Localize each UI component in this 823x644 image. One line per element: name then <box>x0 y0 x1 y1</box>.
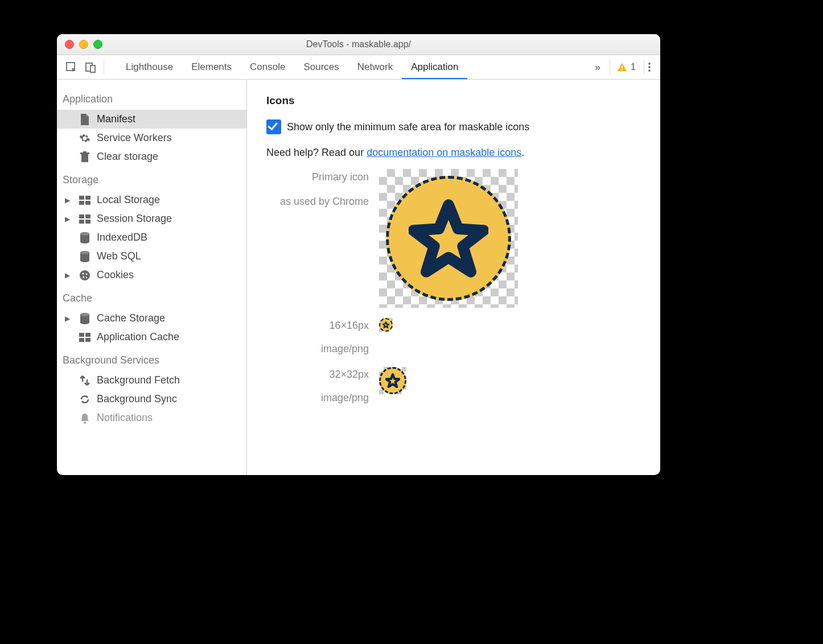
tab-lighthouse[interactable]: Lighthouse <box>117 56 182 79</box>
expand-arrow-icon: ▶ <box>65 271 73 279</box>
sidebar-item-background-fetch[interactable]: Background Fetch <box>57 371 246 390</box>
star-icon <box>409 199 488 278</box>
icon-preview-32 <box>379 367 406 394</box>
help-suffix: . <box>521 147 524 158</box>
icon-row-labels: 16×16px image/png <box>266 318 369 357</box>
sidebar-item-background-sync[interactable]: Background Sync <box>57 390 246 408</box>
sidebar-item-label: Clear storage <box>97 151 158 163</box>
icon-preview-16 <box>379 318 393 332</box>
svg-rect-33 <box>85 338 90 342</box>
primary-icon-preview <box>379 169 518 308</box>
settings-menu-button[interactable] <box>644 60 655 75</box>
warning-count: 1 <box>631 62 636 72</box>
database-icon <box>79 232 91 243</box>
titlebar: DevTools - maskable.app/ <box>57 34 660 55</box>
gear-icon <box>79 133 91 144</box>
sidebar-item-label: Service Workers <box>97 132 172 144</box>
sync-icon <box>79 394 91 405</box>
database-icon <box>79 313 91 324</box>
help-link[interactable]: documentation on maskable icons <box>367 147 521 158</box>
sidebar-item-label: Background Sync <box>97 393 177 405</box>
svg-rect-14 <box>85 201 90 205</box>
close-window-button[interactable] <box>65 40 74 49</box>
sidebar-item-local-storage[interactable]: ▶ Local Storage <box>57 191 246 209</box>
sidebar-item-label: Local Storage <box>97 194 160 206</box>
panel-tabs: Lighthouse Elements Console Sources Netw… <box>117 56 467 79</box>
safe-area-checkbox-label: Show only the minimum safe area for mask… <box>287 121 529 133</box>
app-icon <box>379 367 406 394</box>
tab-console[interactable]: Console <box>241 56 294 79</box>
svg-point-25 <box>86 273 88 275</box>
inspect-element-icon[interactable] <box>63 59 80 76</box>
svg-rect-18 <box>85 220 90 224</box>
tab-application[interactable]: Application <box>402 56 467 79</box>
window-controls <box>65 40 102 49</box>
sidebar-item-session-storage[interactable]: ▶ Session Storage <box>57 209 246 228</box>
grid-icon <box>79 333 91 342</box>
more-tabs-button[interactable]: » <box>592 61 603 73</box>
safe-area-checkbox[interactable] <box>266 119 281 134</box>
sidebar-item-label: Background Fetch <box>97 374 180 386</box>
sidebar-item-application-cache[interactable]: Application Cache <box>57 328 246 346</box>
svg-rect-10 <box>83 151 87 152</box>
sidebar-item-manifest[interactable]: Manifest <box>57 110 246 129</box>
window-title: DevTools - maskable.app/ <box>57 39 660 49</box>
svg-rect-15 <box>79 214 84 218</box>
zoom-window-button[interactable] <box>93 40 102 49</box>
sidebar-item-clear-storage[interactable]: Clear storage <box>57 147 246 166</box>
svg-point-5 <box>648 63 651 65</box>
sidebar: Application Manifest Service Workers Cle… <box>57 80 247 475</box>
svg-point-26 <box>83 276 85 278</box>
sidebar-item-cache-storage[interactable]: ▶ Cache Storage <box>57 309 246 328</box>
expand-arrow-icon: ▶ <box>65 196 73 204</box>
tab-elements[interactable]: Elements <box>182 56 241 79</box>
svg-point-27 <box>86 276 87 278</box>
icon-row-32: 32×32px image/png <box>266 367 641 406</box>
svg-rect-4 <box>622 69 623 71</box>
sidebar-item-indexeddb[interactable]: IndexedDB <box>57 228 246 247</box>
devtools-window: DevTools - maskable.app/ Lighthouse Elem… <box>57 34 660 475</box>
safe-area-checkbox-row: Show only the minimum safe area for mask… <box>266 119 641 134</box>
svg-rect-9 <box>80 152 89 154</box>
tab-sources[interactable]: Sources <box>294 56 348 79</box>
svg-rect-13 <box>79 201 84 205</box>
database-icon <box>79 251 91 262</box>
svg-rect-12 <box>85 196 90 200</box>
sidebar-item-cookies[interactable]: ▶ Cookies <box>57 266 246 284</box>
bell-icon <box>79 412 91 424</box>
sidebar-item-websql[interactable]: Web SQL <box>57 247 246 266</box>
sidebar-group-storage: Storage <box>57 166 246 191</box>
grid-icon <box>79 214 91 224</box>
svg-rect-11 <box>79 196 84 200</box>
sidebar-item-label: Notifications <box>97 412 153 424</box>
svg-point-34 <box>84 422 86 424</box>
sidebar-item-label: Web SQL <box>97 250 141 262</box>
device-toolbar-icon[interactable] <box>82 59 99 76</box>
warnings-chip[interactable]: 1 <box>610 60 636 75</box>
sidebar-item-service-workers[interactable]: Service Workers <box>57 129 246 147</box>
help-prefix: Need help? Read our <box>266 147 367 158</box>
svg-point-6 <box>648 66 651 68</box>
sidebar-item-label: Manifest <box>97 113 135 125</box>
svg-rect-17 <box>79 220 84 224</box>
section-title: Icons <box>266 94 641 107</box>
sidebar-item-label: IndexedDB <box>97 232 147 243</box>
minimize-window-button[interactable] <box>79 40 88 49</box>
kebab-icon <box>648 61 651 73</box>
trash-icon <box>79 151 91 163</box>
sidebar-group-cache: Cache <box>57 284 246 309</box>
sidebar-group-background-services: Background Services <box>57 346 246 371</box>
file-icon <box>79 114 91 125</box>
svg-rect-32 <box>79 338 84 342</box>
sidebar-item-notifications[interactable]: Notifications <box>57 408 246 427</box>
body: Application Manifest Service Workers Cle… <box>57 80 660 475</box>
cookie-icon <box>79 270 91 281</box>
sidebar-item-label: Session Storage <box>97 213 172 225</box>
star-icon <box>382 321 389 328</box>
icon-row-labels: 32×32px image/png <box>266 367 369 406</box>
svg-point-22 <box>80 251 89 254</box>
app-icon <box>386 176 511 301</box>
svg-point-24 <box>82 273 84 274</box>
tab-network[interactable]: Network <box>348 56 402 79</box>
sidebar-item-label: Cache Storage <box>97 312 165 324</box>
